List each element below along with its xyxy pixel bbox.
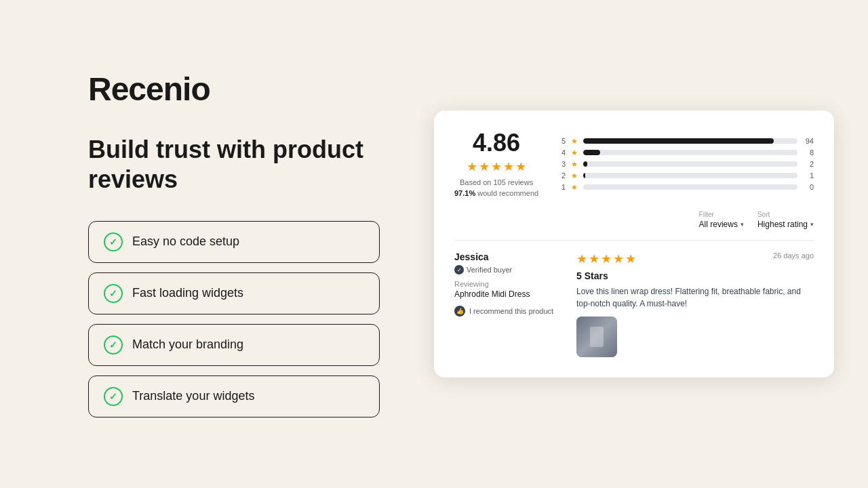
bar-star-4: ★ [571,148,578,157]
bar-count-3: 2 [803,160,814,168]
filter-value: All reviews [699,220,738,229]
review-star-5: ★ [625,251,636,266]
big-rating: 4.86 [473,131,520,155]
bar-row-2: 2 ★ 1 [559,171,814,180]
review-content: ★ ★ ★ ★ ★ 26 days ago 5 Stars Love this … [576,251,814,357]
review-date: 26 days ago [773,251,814,260]
feature-label-translate: Translate your widgets [132,389,254,403]
widget-card: 4.86 ★ ★ ★ ★ ★ Based on 105 reviews 97.1… [434,110,834,378]
bar-label-1: 1 [559,183,566,191]
rating-summary: 4.86 ★ ★ ★ ★ ★ Based on 105 reviews 97.1… [454,131,814,197]
feature-item-fast-loading[interactable]: Fast loading widgets [88,272,380,314]
check-icon-translate [104,387,123,406]
bar-star-1: ★ [571,183,578,192]
filter-chevron-icon: ▾ [741,221,744,228]
rating-left: 4.86 ★ ★ ★ ★ ★ Based on 105 reviews 97.1… [454,131,538,197]
feature-item-branding[interactable]: Match your branding [88,324,380,366]
bar-row-3: 3 ★ 2 [559,160,814,169]
rating-bars: 5 ★ 94 4 ★ 8 3 ★ 2 2 ★ 1 [559,131,814,197]
sort-item: Sort Highest rating ▾ [757,211,814,229]
reviewer-info: Jessica ✓ Verified buyer Reviewing Aphro… [454,251,563,357]
bar-star-2: ★ [571,171,578,180]
recommend-pct-label: would recommend [477,189,538,197]
feature-label-branding: Match your branding [132,338,243,352]
feature-label-no-code: Easy no code setup [132,235,239,249]
bar-count-4: 8 [803,148,814,157]
page-container: Recenio Build trust with product reviews… [0,0,868,488]
bar-fill-2 [583,173,585,178]
review-star-2: ★ [589,251,599,266]
overall-stars: ★ ★ ★ ★ ★ [467,159,526,174]
star-3: ★ [491,159,502,174]
bar-count-1: 0 [803,183,814,191]
bar-track-5 [583,138,797,144]
bar-fill-3 [583,161,587,167]
verified-check-icon: ✓ [454,265,464,274]
review-count: Based on 105 reviews [460,178,533,186]
bar-track-1 [583,184,797,190]
divider [454,240,814,241]
filter-label: Filter [699,211,744,218]
features-list: Easy no code setup Fast loading widgets … [88,221,380,418]
filter-sort-row: Filter All reviews ▾ Sort Highest rating… [454,211,814,229]
bar-label-2: 2 [559,171,566,180]
review-text: Love this linen wrap dress! Flattering f… [576,285,814,310]
recommend-pct-value: 97.1% [454,189,475,197]
check-icon-branding [104,336,123,354]
headline: Build trust with product reviews [88,135,380,193]
star-5: ★ [515,159,526,174]
review-star-4: ★ [613,251,624,266]
sort-value: Highest rating [757,220,808,229]
bar-row-4: 4 ★ 8 [559,148,814,157]
bar-fill-4 [583,150,600,155]
bar-fill-5 [583,138,774,144]
right-panel: 4.86 ★ ★ ★ ★ ★ Based on 105 reviews 97.1… [434,110,834,378]
check-icon-no-code [104,232,123,251]
review-stars: ★ ★ ★ ★ ★ [576,251,636,266]
left-panel: Recenio Build trust with product reviews… [88,70,380,417]
bar-row-5: 5 ★ 94 [559,137,814,146]
bar-count-2: 1 [803,171,814,180]
bar-label-5: 5 [559,137,566,145]
feature-label-fast-loading: Fast loading widgets [132,286,243,300]
bar-label-4: 4 [559,148,566,157]
recommend-row: 👍 I recommend this product [454,306,563,317]
sort-label: Sort [757,211,814,218]
star-1: ★ [467,159,477,174]
product-name: Aphrodite Midi Dress [454,289,563,299]
star-2: ★ [479,159,490,174]
logo: Recenio [88,70,380,108]
verified-badge: ✓ Verified buyer [454,265,563,274]
reviewing-label: Reviewing [454,280,563,288]
sort-dropdown[interactable]: Highest rating ▾ [757,220,814,229]
sort-chevron-icon: ▾ [810,221,814,228]
bar-star-5: ★ [571,137,578,146]
feature-item-translate[interactable]: Translate your widgets [88,375,380,418]
bar-star-3: ★ [571,160,578,169]
bar-track-4 [583,150,797,155]
review-star-3: ★ [601,251,612,266]
filter-dropdown[interactable]: All reviews ▾ [699,220,744,229]
filter-item: Filter All reviews ▾ [699,211,744,229]
recommend-text: I recommend this product [469,307,553,315]
verified-label: Verified buyer [467,266,512,274]
bar-label-3: 3 [559,160,566,168]
feature-item-no-code[interactable]: Easy no code setup [88,221,380,263]
recommend-icon: 👍 [454,306,465,317]
bar-row-1: 1 ★ 0 [559,183,814,192]
review-image-placeholder [576,317,617,357]
bar-track-2 [583,173,797,178]
reviewer-name: Jessica [454,251,563,262]
recommend-pct: 97.1% would recommend [454,189,538,197]
review-star-1: ★ [576,251,587,266]
review-title: 5 Stars [576,270,814,281]
bar-count-5: 94 [803,137,814,145]
review-header: ★ ★ ★ ★ ★ 26 days ago [576,251,814,266]
star-4: ★ [503,159,514,174]
review-item: Jessica ✓ Verified buyer Reviewing Aphro… [454,251,814,357]
bar-track-3 [583,161,797,167]
review-image [576,317,617,357]
check-icon-fast-loading [104,284,123,303]
